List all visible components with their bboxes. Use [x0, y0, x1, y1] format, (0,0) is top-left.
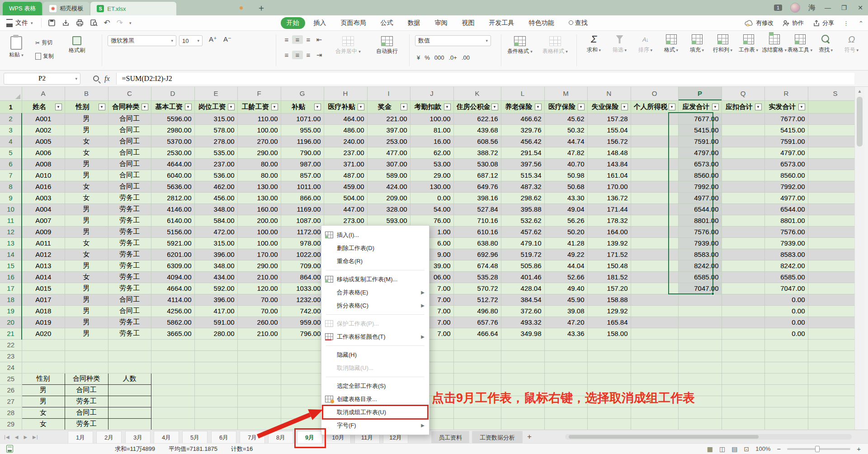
- cell-A5[interactable]: A006: [22, 147, 65, 158]
- ribbon-button-6[interactable]: 行和列 ▾: [710, 34, 736, 54]
- cell-E26[interactable]: [194, 384, 237, 396]
- redo-icon[interactable]: ↷: [117, 18, 123, 28]
- cell-F22[interactable]: [237, 339, 281, 350]
- cell-R27[interactable]: [764, 396, 808, 407]
- sheet-mode-icon[interactable]: [6, 445, 13, 453]
- cell-K17[interactable]: 570.72: [453, 283, 501, 294]
- cell-A16[interactable]: A014: [22, 271, 65, 283]
- column-header-E[interactable]: E: [194, 87, 237, 100]
- cell-O13[interactable]: [631, 237, 678, 249]
- cell-K20[interactable]: 657.76: [453, 317, 501, 328]
- filter-header-L[interactable]: 养老保险▼: [501, 100, 544, 113]
- number-button-2[interactable]: %: [425, 54, 430, 61]
- cell-L23[interactable]: [501, 350, 544, 362]
- context-menu-item-9[interactable]: 隐藏(H): [321, 348, 429, 361]
- cell-C15[interactable]: 劳务工: [108, 260, 151, 271]
- filter-header-B[interactable]: 性别▼: [65, 100, 108, 113]
- cell-D3[interactable]: 2980.00: [151, 124, 194, 136]
- column-header-A[interactable]: A: [22, 87, 65, 100]
- column-header-L[interactable]: L: [501, 87, 544, 100]
- cell-G15[interactable]: 709.00: [281, 260, 324, 271]
- filter-dropdown-icon[interactable]: ▼: [314, 104, 321, 110]
- cell-F12[interactable]: 100.00: [237, 226, 281, 237]
- cell-N19[interactable]: 129.92: [587, 305, 631, 317]
- cell-J2[interactable]: 100.00: [410, 113, 453, 124]
- cell-P22[interactable]: [678, 339, 722, 350]
- cell-C6[interactable]: 合同工: [108, 158, 151, 170]
- cell-B16[interactable]: 女: [65, 271, 108, 283]
- cell-E11[interactable]: 584.00: [194, 215, 237, 226]
- cell-D19[interactable]: 4256.00: [151, 305, 194, 317]
- cell-C2[interactable]: 合同工: [108, 113, 151, 124]
- cell-A13[interactable]: A011: [22, 237, 65, 249]
- cell-A17[interactable]: A015: [22, 283, 65, 294]
- cell-O18[interactable]: [631, 294, 678, 305]
- cell-E15[interactable]: 348.00: [194, 260, 237, 271]
- cell-A6[interactable]: A008: [22, 158, 65, 170]
- cell-D22[interactable]: [151, 339, 194, 350]
- cell-D8[interactable]: 5636.00: [151, 181, 194, 192]
- cell-P2[interactable]: 7677.00: [678, 113, 722, 124]
- cell-Q19[interactable]: [722, 305, 764, 317]
- cell-N2[interactable]: 157.28: [587, 113, 631, 124]
- cell-O12[interactable]: [631, 226, 678, 237]
- cell-K8[interactable]: 649.76: [453, 181, 501, 192]
- cell-G20[interactable]: 959.00: [281, 317, 324, 328]
- cell-H2[interactable]: 464.00: [324, 113, 367, 124]
- ribbon-button-9[interactable]: 表格工具 ▾: [787, 34, 813, 54]
- more-options-icon[interactable]: ⋮: [843, 20, 849, 27]
- format-painter-button[interactable]: 格式刷: [69, 36, 85, 54]
- cell-C13[interactable]: 劳务工: [108, 237, 151, 249]
- cell-A24[interactable]: [22, 362, 65, 373]
- mini-table-cell-A28[interactable]: 女: [22, 407, 65, 418]
- filter-header-O[interactable]: 个人所得税▼: [631, 100, 678, 113]
- cell-L25[interactable]: [501, 373, 544, 384]
- cell-M8[interactable]: 50.68: [544, 181, 587, 192]
- mini-table-cell-C27[interactable]: [108, 396, 151, 407]
- cell-G19[interactable]: 742.00: [281, 305, 324, 317]
- cell-R10[interactable]: 6544.00: [764, 203, 808, 215]
- cell-K15[interactable]: 674.48: [453, 260, 501, 271]
- mini-table-cell-B29[interactable]: 劳务工: [65, 418, 108, 430]
- filter-header-K[interactable]: 住房公积金▼: [453, 100, 501, 113]
- filter-dropdown-icon[interactable]: ▼: [755, 104, 762, 110]
- cell-L28[interactable]: [501, 407, 544, 418]
- row-header-16[interactable]: 16: [0, 271, 22, 283]
- cell-P13[interactable]: 7939.00: [678, 237, 722, 249]
- cell-L20[interactable]: 493.32: [501, 317, 544, 328]
- cell-O23[interactable]: [631, 350, 678, 362]
- cell-F16[interactable]: 210.00: [237, 271, 281, 283]
- cell-D29[interactable]: [151, 418, 194, 430]
- filter-dropdown-icon[interactable]: ▼: [535, 104, 542, 110]
- filter-dropdown-icon[interactable]: ▼: [491, 104, 498, 110]
- row-header-1[interactable]: 1: [0, 100, 22, 113]
- row-header-27[interactable]: 27: [0, 396, 22, 407]
- cell-L8[interactable]: 487.32: [501, 181, 544, 192]
- ribbon-button-8[interactable]: 冻结窗格 ▾: [761, 34, 787, 54]
- cell-B13[interactable]: 女: [65, 237, 108, 249]
- close-button[interactable]: ✕: [856, 4, 864, 11]
- document-status[interactable]: 有修改: [745, 19, 774, 27]
- context-menu-item-12[interactable]: 创建表格目录...: [321, 393, 429, 406]
- collaborate-button[interactable]: 协作: [783, 19, 804, 27]
- cell-P17[interactable]: 7047.00: [678, 283, 722, 294]
- cell-A15[interactable]: A013: [22, 260, 65, 271]
- vertical-scrollbar[interactable]: ▲: [854, 87, 864, 430]
- new-tab-button[interactable]: ＋: [257, 2, 266, 14]
- cell-L5[interactable]: 291.54: [501, 147, 544, 158]
- row-header-15[interactable]: 15: [0, 260, 22, 271]
- filter-header-G[interactable]: 补贴▼: [281, 100, 324, 113]
- cell-D14[interactable]: 6201.00: [151, 249, 194, 260]
- ribbon-tab-6[interactable]: 审阅: [429, 17, 453, 29]
- cell-G25[interactable]: [281, 373, 324, 384]
- column-header-O[interactable]: O: [631, 87, 678, 100]
- normal-view-icon[interactable]: ▦: [707, 445, 713, 453]
- cell-P29[interactable]: [678, 418, 722, 430]
- column-header-D[interactable]: D: [151, 87, 194, 100]
- row-header-11[interactable]: 11: [0, 215, 22, 226]
- cell-D4[interactable]: 5370.00: [151, 136, 194, 147]
- table-style-button[interactable]: 表格样式 ▾: [542, 36, 568, 55]
- cell-G11[interactable]: 1087.00: [281, 215, 324, 226]
- column-header-C[interactable]: C: [108, 87, 151, 100]
- cell-C8[interactable]: 合同工: [108, 181, 151, 192]
